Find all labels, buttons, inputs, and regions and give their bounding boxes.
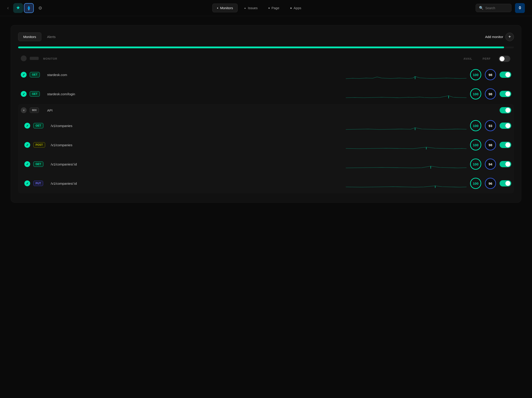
toggle-stardesk-login[interactable] bbox=[500, 91, 511, 97]
tab-apps-label: Apps bbox=[294, 6, 301, 10]
monitors-card: Monitors Alerts Add monitor + MONIT bbox=[11, 25, 521, 203]
card-tab-alerts-label: Alerts bbox=[47, 35, 56, 39]
method-badge-wrap-stardesk-login: GET bbox=[30, 91, 45, 96]
logo-icon-1[interactable] bbox=[13, 3, 23, 13]
status-icon-v1-companies-id-put: ✓ bbox=[24, 180, 30, 186]
uptime-progress-fill bbox=[18, 46, 504, 48]
avail-badge-stardesk-login: 100 bbox=[470, 88, 481, 100]
check-stardesk: ✓ bbox=[21, 72, 30, 77]
apps-tab-icon: ◆ bbox=[290, 7, 292, 9]
perf-badge-v1-companies-id-put: 96 bbox=[485, 178, 496, 189]
card-tab-group: Monitors Alerts bbox=[18, 32, 61, 41]
nav-tabs: ● Monitors ▲ Issues ■ Page ◆ Apps bbox=[46, 4, 472, 12]
th-avail-label: AVAIL bbox=[461, 57, 475, 60]
logo-group bbox=[13, 3, 34, 13]
monitors-tab-icon: ● bbox=[217, 7, 218, 9]
tab-page[interactable]: ■ Page bbox=[264, 4, 284, 12]
th-monitor-label: MONITOR bbox=[43, 57, 461, 60]
sparkline-v1-companies-id-put bbox=[346, 179, 467, 188]
card-tab-monitors[interactable]: Monitors bbox=[18, 32, 41, 41]
settings-icon[interactable]: ⚙ bbox=[38, 5, 42, 11]
method-badge-v1-companies-post: POST bbox=[33, 142, 45, 148]
tab-page-label: Page bbox=[271, 6, 279, 10]
search-box[interactable]: 🔍 bbox=[476, 4, 511, 12]
sparkline-v1-companies-get bbox=[346, 121, 467, 130]
table-header: MONITOR AVAIL PERF bbox=[18, 55, 514, 65]
tab-issues-label: Issues bbox=[248, 6, 258, 10]
monitor-name-v1-companies-id-get[interactable]: /v1/companies/:id bbox=[51, 162, 342, 166]
method-badge-wrap-v1-companies-id-put: PUT bbox=[33, 181, 49, 186]
toggle-v1-companies-id-get[interactable] bbox=[500, 161, 511, 167]
check-v1-companies-get: ✓ bbox=[24, 123, 33, 128]
notification-badge[interactable]: 0 bbox=[515, 3, 525, 13]
th-check bbox=[21, 55, 30, 62]
avail-badge-v1-companies-id-get: 100 bbox=[470, 159, 481, 170]
row-right-v1-companies-id-get: 100 94 bbox=[470, 159, 511, 170]
toggle-stardesk[interactable] bbox=[500, 71, 511, 78]
tab-apps[interactable]: ◆ Apps bbox=[286, 4, 306, 12]
search-input[interactable] bbox=[485, 6, 508, 10]
add-monitor-label: Add monitor bbox=[485, 35, 503, 39]
toggle-group-api[interactable] bbox=[500, 107, 511, 113]
th-right: AVAIL PERF bbox=[461, 56, 511, 62]
method-badge-wrap-v1-companies-get: GET bbox=[33, 123, 49, 128]
monitor-name-v1-companies-id-put[interactable]: /v1/companies/:id bbox=[51, 182, 342, 185]
toggle-v1-companies-id-put[interactable] bbox=[500, 180, 511, 186]
status-icon-v1-companies-id-get: ✓ bbox=[24, 161, 30, 167]
logo-icon-2[interactable] bbox=[24, 3, 34, 13]
sparkline-v1-companies-post bbox=[346, 141, 467, 149]
row-right-v1-companies-get: 100 93 bbox=[470, 120, 511, 131]
sparkline-stardesk bbox=[346, 70, 467, 79]
back-button[interactable]: ‹ bbox=[7, 5, 9, 11]
tab-monitors[interactable]: ● Monitors bbox=[212, 4, 238, 12]
svg-point-0 bbox=[28, 9, 29, 10]
monitor-name-stardesk-login[interactable]: stardesk.com/login bbox=[47, 92, 342, 96]
card-tab-alerts[interactable]: Alerts bbox=[42, 32, 61, 41]
method-badge-wrap-v1-companies-post: POST bbox=[33, 142, 49, 148]
perf-badge-v1-companies-get: 93 bbox=[485, 120, 496, 131]
plus-icon: + bbox=[505, 33, 514, 41]
perf-badge-v1-companies-post: 98 bbox=[485, 139, 496, 150]
top-nav: ‹ ⚙ ● Monitors ▲ Issues ■ Page ◆ bbox=[0, 0, 532, 16]
monitor-name-v1-companies-get[interactable]: /v1/companies bbox=[51, 124, 342, 128]
group-method-badge-api: MIX bbox=[30, 108, 39, 113]
sparkline-v1-companies-id-get bbox=[346, 160, 467, 169]
issues-tab-icon: ▲ bbox=[244, 7, 246, 9]
uptime-progress-bar bbox=[18, 46, 514, 48]
monitor-group-api: ▾ MIX API ✓ GET /v1/companies bbox=[18, 104, 514, 193]
monitor-name-v1-companies-post[interactable]: /v1/companies bbox=[51, 143, 342, 147]
monitor-row: ✓ PUT /v1/companies/:id 100 96 bbox=[18, 174, 514, 193]
sparkline-stardesk-login bbox=[346, 90, 467, 98]
perf-badge-v1-companies-id-get: 94 bbox=[485, 159, 496, 170]
status-icon-stardesk: ✓ bbox=[21, 72, 27, 77]
check-v1-companies-id-get: ✓ bbox=[24, 161, 33, 167]
monitor-name-stardesk[interactable]: stardesk.com bbox=[47, 73, 342, 77]
add-monitor-button[interactable]: Add monitor + bbox=[485, 33, 514, 41]
row-right-v1-companies-post: 100 98 bbox=[470, 139, 511, 150]
group-header-api[interactable]: ▾ MIX API bbox=[18, 104, 514, 116]
tab-issues[interactable]: ▲ Issues bbox=[239, 4, 262, 12]
main-content: Monitors Alerts Add monitor + MONIT bbox=[0, 16, 532, 212]
header-toggle[interactable] bbox=[499, 56, 510, 62]
toggle-v1-companies-get[interactable] bbox=[500, 122, 511, 129]
status-icon-v1-companies-get: ✓ bbox=[24, 123, 30, 128]
search-icon: 🔍 bbox=[479, 6, 483, 10]
monitor-row: ✓ GET stardesk.com/login 100 98 bbox=[18, 85, 514, 103]
th-toggle-header bbox=[499, 56, 511, 62]
monitor-row: ✓ GET /v1/companies 100 93 bbox=[18, 116, 514, 135]
toggle-v1-companies-post[interactable] bbox=[500, 142, 511, 148]
th-badge bbox=[30, 57, 43, 61]
avail-badge-v1-companies-id-put: 100 bbox=[470, 178, 481, 189]
perf-badge-stardesk: 98 bbox=[485, 69, 496, 80]
card-tab-monitors-label: Monitors bbox=[23, 35, 36, 39]
th-perf-label: PERF bbox=[480, 57, 493, 60]
status-icon-stardesk-login: ✓ bbox=[21, 91, 27, 97]
method-badge-v1-companies-id-put: PUT bbox=[33, 181, 43, 186]
row-right-stardesk-login: 100 98 bbox=[470, 88, 511, 100]
avail-badge-v1-companies-get: 100 bbox=[470, 120, 481, 131]
monitor-row: ✓ GET /v1/companies/:id 100 94 bbox=[18, 155, 514, 173]
monitor-row: ✓ POST /v1/companies 100 98 bbox=[18, 136, 514, 154]
group-status-icon-api: ▾ bbox=[21, 107, 27, 113]
row-right-v1-companies-id-put: 100 96 bbox=[470, 178, 511, 189]
avail-badge-stardesk: 100 bbox=[470, 69, 481, 80]
